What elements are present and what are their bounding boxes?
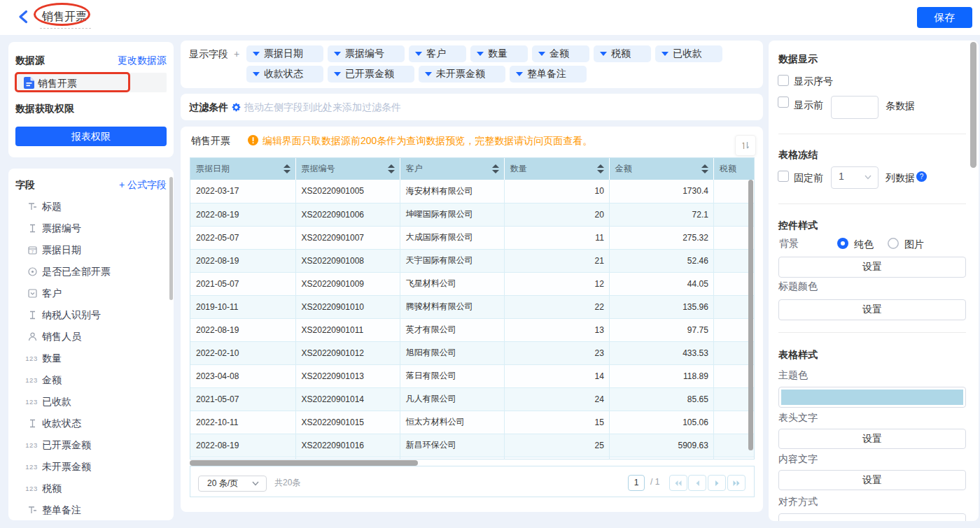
- svg-text:?: ?: [920, 173, 924, 180]
- svg-text:7: 7: [31, 250, 34, 254]
